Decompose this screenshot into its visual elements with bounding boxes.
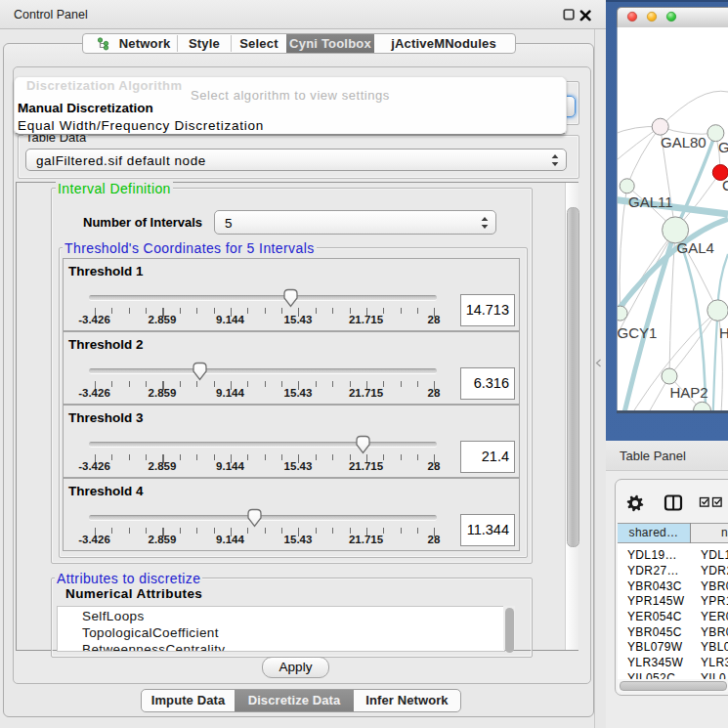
svg-text:GCY1: GCY1 [618, 324, 657, 341]
svg-text:GAL80: GAL80 [661, 134, 707, 150]
svg-text:GAL11: GAL11 [628, 193, 673, 210]
svg-text:H: H [719, 324, 728, 341]
svg-text:HAP2: HAP2 [670, 384, 708, 401]
svg-text:GA: GA [718, 139, 728, 155]
svg-text:C: C [722, 177, 728, 193]
svg-text:GAL4: GAL4 [677, 239, 714, 256]
